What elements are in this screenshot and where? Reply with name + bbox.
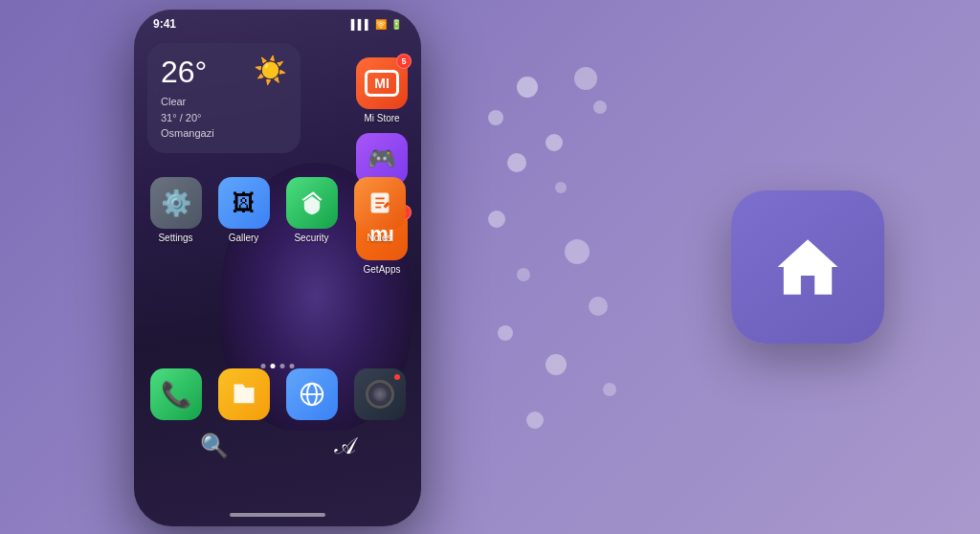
home-app-icon[interactable] [731,190,884,344]
weather-sun-icon: ☀️ [254,55,287,86]
battery-icon: 🔋 [390,19,402,30]
app-settings[interactable]: ⚙️ Settings [150,177,202,243]
app-grid-row4: 📞 [147,368,408,420]
app-browser[interactable] [286,368,338,420]
phone-frame: 9:41 ▌▌▌ 🛜 🔋 ☀️ 26° Clear 31° / 20° Osma… [134,10,421,526]
app-gallery-label: Gallery [229,233,259,243]
dock: 🔍 𝒜 [147,433,408,459]
signal-icon: ▌▌▌ [351,19,371,30]
home-icon-svg [765,224,851,310]
app-notes[interactable]: Notes [354,177,406,243]
status-time: 9:41 [153,17,176,31]
status-icons: ▌▌▌ 🛜 🔋 [351,19,402,30]
app-notes-label: Notes [367,233,391,243]
wifi-icon: 🛜 [375,19,387,30]
status-bar: 9:41 ▌▌▌ 🛜 🔋 [134,10,421,34]
app-getapps-label: GetApps [364,264,401,275]
phone-container: 9:41 ▌▌▌ 🛜 🔋 ☀️ 26° Clear 31° / 20° Osma… [134,10,421,526]
dock-profile-icon[interactable]: 𝒜 [335,434,355,459]
weather-widget[interactable]: ☀️ 26° Clear 31° / 20° Osmangazi [147,43,301,153]
weather-description: Clear 31° / 20° Osmangazi [161,94,287,142]
app-gallery[interactable]: 🖼 Gallery [218,177,270,243]
app-mi-store[interactable]: MI 5 Mi Store [356,57,408,123]
dock-search-icon[interactable]: 🔍 [200,433,229,459]
app-grid-middle: ⚙️ Settings 🖼 Gallery Security [147,177,408,243]
app-files[interactable] [218,368,270,420]
app-security-label: Security [294,233,328,243]
app-phone[interactable]: 📞 [150,368,202,420]
app-settings-label: Settings [158,233,192,243]
app-camera[interactable] [354,368,406,420]
app-security[interactable]: Security [286,177,338,243]
app-mi-store-label: Mi Store [364,113,399,123]
home-indicator[interactable] [230,513,325,517]
